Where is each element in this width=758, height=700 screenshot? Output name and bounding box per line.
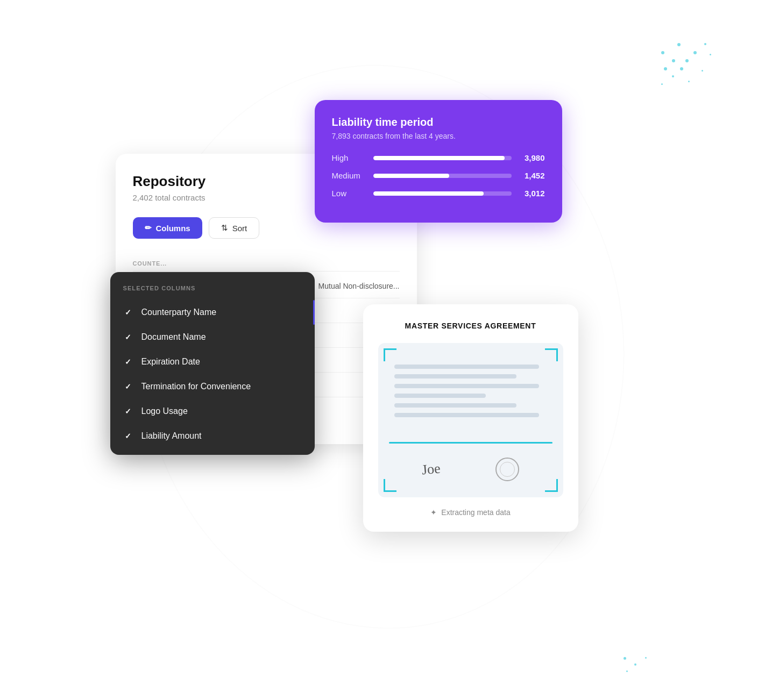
liability-subtitle: 7,893 contracts from the last 4 years.	[332, 132, 545, 140]
dropdown-item-document-name[interactable]: ✓ Document Name	[110, 325, 315, 349]
msa-card: MASTER SERVICES AGREEMENT Joe	[363, 304, 578, 532]
bar-row-high: High 3,980	[332, 153, 545, 162]
liability-amount-label: Liability Amount	[141, 431, 202, 441]
bar-track-medium	[373, 174, 512, 178]
scan-corner-bl	[384, 479, 396, 492]
dropdown-header: SELECTED COLUMNS	[110, 285, 315, 300]
doc-line	[394, 413, 540, 417]
dropdown-item-expiration-date[interactable]: ✓ Expiration Date	[110, 349, 315, 374]
extracting-text: Extracting meta data	[441, 508, 510, 517]
sort-icon: ⇅	[221, 223, 228, 233]
sort-button[interactable]: ⇅ Sort	[209, 217, 260, 239]
check-icon: ✓	[123, 308, 133, 317]
doc-line	[394, 384, 540, 388]
check-icon: ✓	[123, 432, 133, 440]
columns-button[interactable]: ✏ Columns	[133, 217, 202, 239]
check-icon: ✓	[123, 407, 133, 416]
liability-title: Liability time period	[332, 116, 545, 128]
doc-line	[394, 374, 516, 378]
bar-row-low: Low 3,012	[332, 189, 545, 198]
bar-fill-high	[373, 156, 505, 160]
dropdown-item-logo-usage[interactable]: ✓ Logo Usage	[110, 399, 315, 424]
bar-row-medium: Medium 1,452	[332, 171, 545, 180]
table-header: COUNTE...	[133, 256, 400, 272]
dropdown-item-liability-amount[interactable]: ✓ Liability Amount	[110, 424, 315, 448]
doc-line	[394, 394, 486, 398]
msa-signature: Joe	[421, 461, 441, 478]
liability-card: Liability time period 7,893 contracts fr…	[315, 100, 562, 223]
dropdown-item-counterparty[interactable]: ✓ Counterparty Name	[110, 300, 315, 325]
bar-track-low	[373, 191, 512, 196]
scan-corner-tl	[384, 348, 396, 361]
columns-dropdown: SELECTED COLUMNS ✓ Counterparty Name ✓ D…	[110, 272, 315, 455]
bar-track-high	[373, 156, 512, 160]
dropdown-item-termination[interactable]: ✓ Termination for Convenience	[110, 374, 315, 399]
check-icon: ✓	[123, 382, 133, 391]
extracting-icon: ✦	[430, 508, 437, 517]
active-indicator	[313, 300, 315, 325]
check-icon: ✓	[123, 333, 133, 341]
columns-icon: ✏	[145, 223, 152, 233]
scan-corner-br	[545, 479, 558, 492]
bar-fill-medium	[373, 174, 449, 178]
doc-line	[394, 365, 540, 369]
msa-footer: ✦ Extracting meta data	[378, 508, 563, 517]
msa-seal-inner	[500, 462, 515, 477]
msa-title: MASTER SERVICES AGREEMENT	[378, 322, 563, 330]
scan-corner-tr	[545, 348, 558, 361]
msa-divider	[389, 442, 552, 444]
msa-seal	[495, 458, 519, 481]
msa-content-lines	[389, 354, 552, 433]
msa-document: Joe	[378, 343, 563, 497]
doc-line	[394, 403, 516, 408]
bar-fill-low	[373, 191, 484, 196]
check-icon: ✓	[123, 358, 133, 366]
msa-signature-area: Joe	[389, 452, 552, 487]
